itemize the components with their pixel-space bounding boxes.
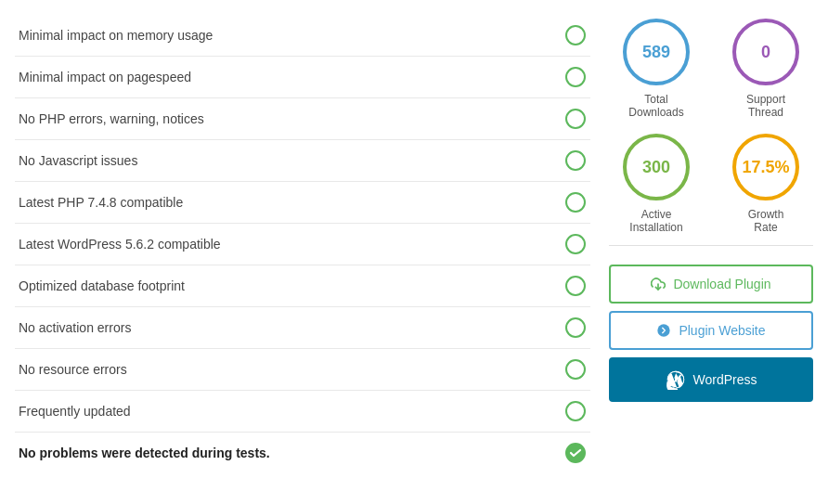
download-button-label: Download Plugin: [673, 277, 770, 291]
check-row-label: No resource errors: [19, 362, 127, 377]
check-row-label: No activation errors: [19, 320, 131, 335]
buttons-section: Download Plugin Plugin Website WordPress: [609, 265, 813, 402]
stat-circle: 0: [732, 19, 799, 85]
check-row-label: Minimal impact on pagespeed: [19, 70, 191, 84]
check-icon: [564, 358, 587, 381]
check-row-label: No Javascript issues: [19, 153, 137, 168]
check-row: No PHP errors, warning, notices: [15, 98, 590, 140]
stat-label: Support Thread: [746, 93, 785, 119]
check-row: Minimal impact on memory usage: [15, 15, 590, 57]
check-icon: [564, 442, 587, 464]
check-row-label: No problems were detected during tests.: [19, 446, 270, 460]
download-icon: [651, 277, 666, 291]
download-plugin-button[interactable]: Download Plugin: [609, 265, 813, 304]
wordpress-button-label: WordPress: [693, 372, 757, 387]
check-icon: [564, 191, 587, 213]
stat-label: Total Downloads: [628, 93, 683, 119]
wordpress-button[interactable]: WordPress: [609, 357, 813, 402]
checklist-panel: Minimal impact on memory usage Minimal i…: [15, 15, 590, 489]
check-row-label: No PHP errors, warning, notices: [19, 111, 204, 126]
stat-item: 589Total Downloads: [609, 19, 704, 119]
check-row: No Javascript issues: [15, 140, 590, 182]
stat-item: 0Support Thread: [718, 19, 813, 119]
arrow-icon: [656, 323, 671, 338]
check-icon: [564, 400, 587, 422]
check-row: Optimized database footprint: [15, 265, 590, 307]
check-icon: [564, 233, 587, 255]
check-row: Latest PHP 7.4.8 compatible: [15, 182, 590, 224]
wordpress-logo-icon: [666, 369, 686, 390]
check-row-label: Frequently updated: [19, 404, 131, 419]
check-icon: [564, 24, 587, 46]
check-row: Latest WordPress 5.6.2 compatible: [15, 224, 590, 265]
stat-label: Growth Rate: [748, 208, 784, 234]
check-row: No resource errors: [15, 349, 590, 391]
check-icon: [564, 275, 587, 297]
plugin-website-button[interactable]: Plugin Website: [609, 311, 813, 350]
stat-item: 17.5%Growth Rate: [718, 134, 813, 234]
stat-circle: 589: [623, 19, 690, 85]
right-panel: 589Total Downloads0Support Thread300Acti…: [609, 15, 813, 489]
stat-label: Active Installation: [629, 208, 682, 234]
main-container: Minimal impact on memory usage Minimal i…: [0, 0, 828, 504]
stat-item: 300Active Installation: [609, 134, 704, 234]
divider: [609, 245, 813, 246]
check-row-label: Latest WordPress 5.6.2 compatible: [19, 237, 221, 252]
check-icon: [564, 317, 587, 339]
check-row: No problems were detected during tests.: [15, 433, 590, 473]
check-row: Minimal impact on pagespeed: [15, 57, 590, 98]
check-icon: [564, 108, 587, 130]
stat-circle: 17.5%: [732, 134, 799, 200]
svg-point-12: [658, 324, 670, 336]
check-row-label: Minimal impact on memory usage: [19, 28, 213, 43]
stats-grid: 589Total Downloads0Support Thread300Acti…: [609, 19, 813, 234]
website-button-label: Plugin Website: [679, 323, 765, 338]
check-icon: [564, 149, 587, 172]
check-icon: [564, 66, 587, 88]
check-row: Frequently updated: [15, 391, 590, 433]
check-row-label: Latest PHP 7.4.8 compatible: [19, 195, 183, 210]
check-row: No activation errors: [15, 307, 590, 349]
stat-circle: 300: [623, 134, 690, 200]
check-row-label: Optimized database footprint: [19, 278, 185, 293]
